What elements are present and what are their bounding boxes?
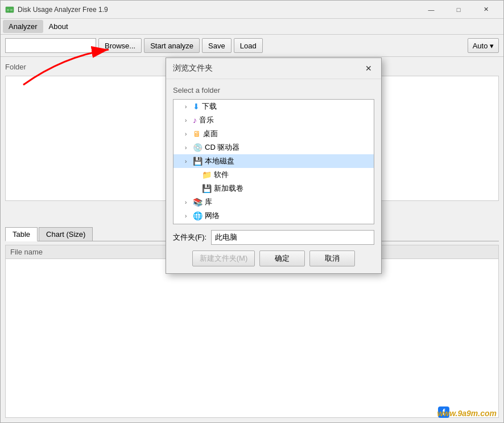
folder-browser-dialog: 浏览文件夹 ✕ Select a folder › ⬇ 下载 › ♪ bbox=[166, 58, 382, 274]
watermark-text: www.9a9m.com bbox=[437, 409, 497, 418]
ok-button[interactable]: 确定 bbox=[259, 250, 305, 266]
tree-item-new-vol[interactable]: 💾 新加载卷 bbox=[173, 182, 374, 195]
chevron-icon: › bbox=[185, 131, 191, 137]
dialog-buttons: 新建文件夹(M) 确定 取消 bbox=[173, 250, 374, 266]
tree-item-library[interactable]: › 📚 库 bbox=[173, 195, 374, 209]
tree-item-cd[interactable]: › 💿 CD 驱动器 bbox=[173, 141, 374, 154]
new-folder-button[interactable]: 新建文件夹(M) bbox=[192, 250, 255, 266]
dialog-overlay: 浏览文件夹 ✕ Select a folder › ⬇ 下载 › ♪ bbox=[1, 1, 503, 422]
tree-item-desktop[interactable]: › 🖥 桌面 bbox=[173, 127, 374, 141]
hdd-icon: 💾 bbox=[202, 184, 212, 193]
music-icon: ♪ bbox=[193, 116, 197, 125]
cancel-button[interactable]: 取消 bbox=[309, 250, 355, 266]
tree-item-software[interactable]: 📁 软件 bbox=[173, 168, 374, 182]
chevron-icon: › bbox=[185, 104, 191, 110]
chevron-icon: › bbox=[185, 145, 191, 151]
folder-input-label: 文件夹(F): bbox=[173, 232, 206, 243]
chevron-icon: › bbox=[185, 213, 191, 219]
hdd-icon: 💾 bbox=[193, 157, 203, 166]
dialog-close-button[interactable]: ✕ bbox=[363, 63, 374, 74]
chevron-icon: › bbox=[185, 117, 191, 124]
tree-item-network[interactable]: › 🌐 网络 bbox=[173, 209, 374, 223]
folder-input-row: 文件夹(F): bbox=[173, 230, 374, 245]
dialog-body: Select a folder › ⬇ 下载 › ♪ 音乐 › bbox=[166, 79, 381, 273]
tree-item-local-disk[interactable]: › 💾 本地磁盘 bbox=[173, 154, 374, 168]
library-icon: 📚 bbox=[193, 198, 203, 207]
dialog-subtitle: Select a folder bbox=[173, 86, 374, 95]
tree-item-music[interactable]: › ♪ 音乐 bbox=[173, 113, 374, 127]
chevron-icon: › bbox=[185, 199, 191, 206]
tree-item-wallpaper[interactable]: 📁 4K壁纸图片 1080P bbox=[173, 223, 374, 224]
dialog-title: 浏览文件夹 bbox=[173, 63, 213, 73]
folder-icon: 📁 bbox=[202, 170, 212, 179]
folder-input[interactable] bbox=[211, 230, 374, 245]
network-icon: 🌐 bbox=[193, 211, 203, 220]
dialog-titlebar: 浏览文件夹 ✕ bbox=[166, 58, 381, 79]
folder-tree[interactable]: › ⬇ 下载 › ♪ 音乐 › 🖥 桌面 › bbox=[173, 99, 374, 224]
desktop-icon: 🖥 bbox=[193, 129, 201, 138]
cd-icon: 💿 bbox=[193, 143, 203, 152]
main-window: Disk Usage Analyzer Free 1.9 — □ ✕ Analy… bbox=[0, 0, 504, 423]
chevron-icon: › bbox=[185, 158, 191, 165]
tree-item-download[interactable]: › ⬇ 下载 bbox=[173, 100, 374, 113]
download-icon: ⬇ bbox=[193, 102, 200, 111]
